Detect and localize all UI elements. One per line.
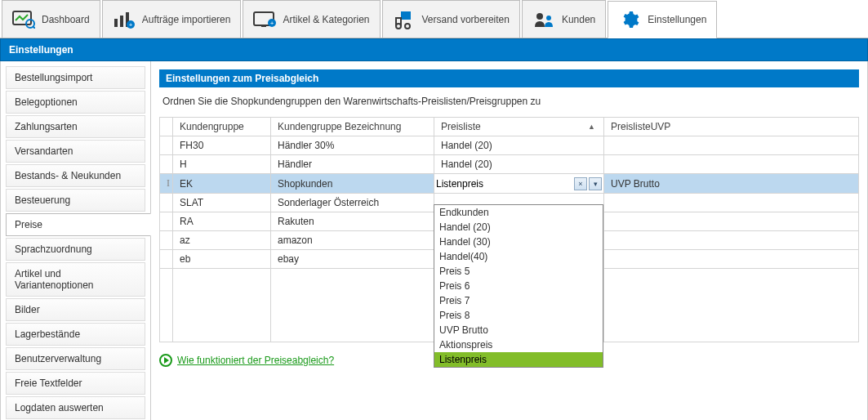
cell-bez[interactable]: amazon: [271, 231, 434, 250]
sidebar-item-benutzerverwaltung[interactable]: Benutzerverwaltung: [6, 347, 145, 370]
panel-description: Ordnen Sie die Shopkundengruppen den War…: [159, 87, 859, 117]
cell-uvp[interactable]: [604, 155, 859, 174]
page-banner: Einstellungen: [0, 38, 868, 61]
cell-pl[interactable]: Handel (20): [434, 136, 604, 155]
row-marker-edit: I: [160, 174, 173, 194]
dropdown-option[interactable]: Aktionspreis: [434, 337, 603, 352]
svg-rect-12: [401, 11, 411, 20]
svg-point-15: [536, 13, 543, 20]
dropdown-option[interactable]: Preis 6: [434, 279, 603, 293]
help-link-row: Wie funktioniert der Preiseabgleich?: [159, 354, 334, 367]
panel-title: Einstellungen zum Preisabgleich: [159, 69, 859, 87]
tab-label: Versand vorbereiten: [422, 14, 510, 25]
svg-line-2: [33, 26, 35, 29]
svg-text:+: +: [128, 21, 132, 29]
svg-point-14: [405, 24, 410, 29]
row-marker: [160, 212, 173, 231]
dropdown-option[interactable]: Preis 5: [434, 264, 603, 279]
preisliste-combo-input[interactable]: [436, 178, 572, 190]
sidebar-item-lagerbestaende[interactable]: Lagerbestände: [6, 323, 145, 346]
row-marker: [160, 250, 173, 269]
combo-open-button[interactable]: ▾: [589, 177, 602, 190]
cell-kg[interactable]: RA: [173, 212, 271, 231]
dropdown-option[interactable]: Endkunden: [434, 205, 603, 220]
customers-icon: [532, 10, 555, 29]
cell-kg[interactable]: EK: [173, 174, 271, 194]
top-tabs: Dashboard + Aufträge importieren + Artik…: [0, 0, 868, 38]
cell-bez[interactable]: Rakuten: [271, 212, 434, 231]
tab-articles-categories[interactable]: + Artikel & Kategorien: [243, 0, 380, 38]
sidebar-item-preise[interactable]: Preise: [6, 213, 151, 236]
cell-kg[interactable]: az: [173, 231, 271, 250]
cell-uvp[interactable]: [604, 231, 859, 250]
cell-uvp[interactable]: [604, 250, 859, 269]
col-preisliste-uvp[interactable]: PreislisteUVP: [604, 118, 859, 136]
dropdown-option[interactable]: Handel (20): [434, 220, 603, 235]
cell-kg[interactable]: eb: [173, 250, 271, 269]
svg-rect-3: [114, 19, 118, 27]
col-kundengruppe[interactable]: Kundengruppe: [173, 118, 271, 136]
table-row[interactable]: FH30 Händler 30% Handel (20): [160, 136, 859, 155]
sidebar-item-versandarten[interactable]: Versandarten: [6, 140, 145, 163]
tab-dashboard[interactable]: Dashboard: [2, 0, 100, 38]
play-icon: [159, 354, 172, 367]
dropdown-option[interactable]: Handel(40): [434, 249, 603, 264]
sidebar-item-artikel-varianten[interactable]: Artikel und Variantenoptionen: [6, 262, 145, 297]
shipping-icon: [393, 10, 416, 29]
tab-label: Artikel & Kategorien: [283, 14, 369, 25]
cell-bez[interactable]: Shopkunden: [271, 174, 434, 194]
row-marker: [160, 136, 173, 155]
sidebar-item-bestellungsimport[interactable]: Bestellungsimport: [6, 66, 145, 89]
sidebar-item-freie-textfelder[interactable]: Freie Textfelder: [6, 372, 145, 395]
table-row[interactable]: H Händler Handel (20): [160, 155, 859, 174]
svg-point-16: [546, 16, 551, 20]
cell-pl-editing[interactable]: × ▾: [434, 174, 604, 194]
row-marker: [160, 231, 173, 250]
cell-uvp[interactable]: UVP Brutto: [604, 174, 859, 194]
import-icon: +: [113, 10, 136, 29]
col-preisliste[interactable]: Preisliste: [434, 118, 604, 136]
tab-settings[interactable]: Einstellungen: [608, 1, 717, 38]
table-row-selected[interactable]: I EK Shopkunden × ▾ UVP Brutto: [160, 174, 859, 194]
row-marker: [160, 155, 173, 174]
cell-uvp[interactable]: [604, 136, 859, 155]
main-container: Bestellungsimport Belegoptionen Zahlungs…: [0, 61, 868, 420]
sidebar-item-bestands-neukunden[interactable]: Bestands- & Neukunden: [6, 164, 145, 187]
tab-label: Aufträge importieren: [142, 14, 231, 25]
cell-kg[interactable]: FH30: [173, 136, 271, 155]
sidebar-item-zahlungsarten[interactable]: Zahlungsarten: [6, 115, 145, 138]
help-link[interactable]: Wie funktioniert der Preiseabgleich?: [177, 355, 334, 366]
tab-label: Dashboard: [42, 14, 90, 25]
sidebar-item-logdaten[interactable]: Logdaten auswerten: [6, 396, 145, 419]
cell-uvp[interactable]: [604, 194, 859, 212]
cell-bez[interactable]: Händler: [271, 155, 434, 174]
cell-bez[interactable]: Sonderlager Österreich: [271, 194, 434, 212]
cell-bez[interactable]: ebay: [271, 250, 434, 269]
dashboard-icon: [12, 10, 35, 29]
catalog-icon: +: [253, 10, 276, 29]
svg-rect-4: [120, 16, 123, 27]
preisliste-dropdown[interactable]: Endkunden Handel (20) Handel (30) Handel…: [434, 204, 603, 368]
dropdown-option[interactable]: Handel (30): [434, 235, 603, 249]
svg-text:+: +: [270, 20, 274, 27]
sidebar-item-belegoptionen[interactable]: Belegoptionen: [6, 91, 145, 114]
cell-kg[interactable]: H: [173, 155, 271, 174]
dropdown-option[interactable]: UVP Brutto: [434, 323, 603, 337]
tab-customers[interactable]: Kunden: [522, 0, 606, 38]
tab-import-orders[interactable]: + Aufträge importieren: [102, 0, 242, 38]
gear-icon: [618, 10, 641, 29]
sidebar-item-besteuerung[interactable]: Besteuerung: [6, 189, 145, 212]
dropdown-option[interactable]: Preis 8: [434, 308, 603, 323]
row-marker: [160, 194, 173, 212]
dropdown-option-highlighted[interactable]: Listenpreis: [434, 352, 603, 367]
col-kundengruppe-bezeichnung[interactable]: Kundengruppe Bezeichnung: [271, 118, 434, 136]
cell-kg[interactable]: SLAT: [173, 194, 271, 212]
cell-uvp[interactable]: [604, 212, 859, 231]
cell-bez[interactable]: Händler 30%: [271, 136, 434, 155]
tab-shipping[interactable]: Versand vorbereiten: [382, 0, 520, 38]
combo-clear-button[interactable]: ×: [574, 177, 587, 190]
sidebar-item-sprachzuordnung[interactable]: Sprachzuordnung: [6, 238, 145, 261]
dropdown-option[interactable]: Preis 7: [434, 293, 603, 308]
cell-pl[interactable]: Handel (20): [434, 155, 604, 174]
sidebar-item-bilder[interactable]: Bilder: [6, 298, 145, 321]
